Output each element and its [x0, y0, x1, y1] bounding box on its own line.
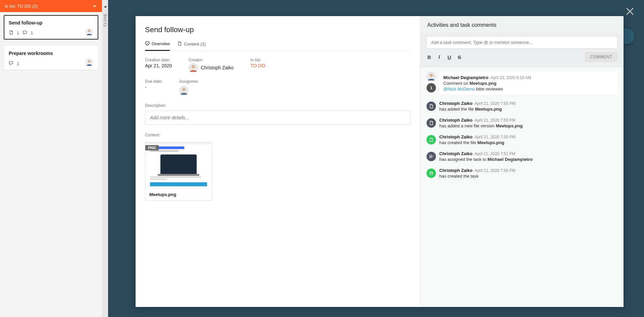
file-count: 1 — [17, 30, 19, 36]
task-card-meta: 1 — [9, 61, 93, 66]
chevron-down-icon — [92, 3, 97, 9]
activity-panel: Activities and task comments B I U S COM… — [420, 16, 624, 307]
assignee-avatar — [85, 28, 93, 36]
file-icon — [427, 102, 436, 111]
comment-count: 1 — [17, 61, 19, 66]
thumbnail-image: PNG — [145, 142, 212, 189]
activity-item: Christoph ZaikoApril 21, 2020 7:51 PM ha… — [427, 151, 617, 162]
file-icon — [9, 30, 13, 36]
activity-author: Christoph Zaiko — [439, 168, 473, 173]
task-card-title: Send follow-up — [9, 20, 93, 25]
activity-text: has added a new file version Meetups.png — [439, 123, 617, 128]
svg-point-0 — [88, 29, 91, 32]
activity-author: Christoph Zaiko — [439, 118, 473, 123]
file-icon — [177, 41, 182, 47]
comment-input[interactable] — [427, 36, 617, 49]
activity-author: Christoph Zaiko — [439, 151, 473, 156]
meta-creator: Creator: Christoph Zaiko — [189, 58, 234, 72]
sidebar: In list: TO DO (2) Send follow-up 1 1 Pr… — [0, 0, 102, 317]
activity-author: Michael Degiampietro — [443, 75, 488, 80]
creator-avatar — [189, 63, 198, 72]
comment-count: 1 — [31, 30, 33, 36]
comment-count-badge: 1 — [427, 83, 436, 92]
svg-rect-10 — [430, 172, 433, 175]
tabs: Overview Content (1) — [145, 41, 411, 51]
activity-time: April 21, 2020 7:55 PM — [475, 118, 515, 123]
activity-item: Christoph ZaikoApril 21, 2020 7:55 PM ha… — [427, 134, 617, 145]
format-toolbar: B I U S — [427, 54, 462, 60]
activity-text: has assigned the task to Michael Degiamp… — [439, 157, 617, 162]
activity-time: April 21, 2020 7:55 PM — [475, 101, 515, 106]
assignee-avatar[interactable] — [179, 86, 189, 95]
activity-title: Activities and task comments — [420, 16, 624, 33]
activity-text: has created the task — [439, 174, 617, 179]
comment-submit-button[interactable]: COMMENT — [585, 52, 618, 62]
comment-area: B I U S COMMENT — [420, 33, 624, 67]
description-input[interactable] — [145, 111, 411, 125]
info-icon — [145, 41, 150, 47]
task-card[interactable]: Prepare workrooms 1 — [4, 46, 98, 70]
activity-item: Christoph ZaikoApril 21, 2020 7:55 PM ha… — [427, 118, 617, 128]
meta-assignees: Assignees: — [179, 79, 199, 95]
svg-point-1 — [88, 60, 91, 63]
activity-author: Christoph Zaiko — [439, 101, 473, 106]
activity-list: 1 Michael DegiampietroApril 23, 2020 8:1… — [420, 67, 624, 307]
svg-point-6 — [182, 88, 186, 91]
activity-author: Christoph Zaiko — [439, 134, 473, 139]
content-label: Content: — [145, 133, 411, 137]
activity-item: Christoph ZaikoApril 21, 2020 7:55 PM ha… — [427, 101, 617, 112]
tab-label: Overview — [152, 41, 170, 46]
meta-creation-date: Creation date: Apr 21, 2020 — [145, 58, 172, 72]
strike-button[interactable]: S — [457, 54, 462, 60]
task-title: Send follow-up — [145, 25, 411, 34]
list-header-label: In list: TO DO (2) — [5, 4, 38, 9]
thumbnail-filename: Meetups.png — [145, 189, 212, 200]
close-button[interactable] — [624, 5, 636, 17]
task-created-icon — [427, 169, 436, 178]
collapse-arrow-icon: ◀ — [104, 5, 106, 8]
tab-label: Content (1) — [184, 42, 206, 47]
activity-text: Comment on Meetups.png — [443, 81, 613, 86]
close-strip-label: CLOSE — [103, 13, 107, 26]
task-panel: Send follow-up Overview Content (1) Crea… — [136, 16, 624, 307]
activity-text: has added the file Meetups.png — [439, 107, 617, 112]
task-card-meta: 1 1 — [9, 30, 93, 36]
task-card[interactable]: Send follow-up 1 1 — [4, 15, 98, 39]
file-created-icon — [427, 135, 436, 144]
activity-item: Christoph ZaikoApril 21, 2020 7:50 PM ha… — [427, 168, 617, 179]
task-detail: Send follow-up Overview Content (1) Crea… — [136, 16, 420, 307]
activity-time: April 21, 2020 7:55 PM — [475, 135, 515, 139]
comment-icon — [22, 30, 27, 36]
task-card-title: Prepare workrooms — [9, 51, 93, 56]
activity-time: April 23, 2020 8:16 AM — [490, 75, 531, 80]
close-strip[interactable]: ◀ CLOSE — [102, 0, 108, 317]
bold-button[interactable]: B — [427, 54, 432, 60]
list-header[interactable]: In list: TO DO (2) — [0, 0, 102, 12]
file-type-badge: PNG — [145, 145, 159, 150]
content-thumbnail[interactable]: PNG Meetups.png — [145, 142, 212, 201]
svg-point-4 — [192, 65, 195, 68]
meta-due-date: Due date: - — [145, 79, 162, 95]
assign-icon — [427, 152, 436, 161]
tab-content[interactable]: Content (1) — [177, 41, 206, 51]
comment-author-avatar — [427, 72, 436, 81]
activity-mention: @Nick McDemo bitte reviewen — [443, 86, 613, 91]
file-icon — [427, 118, 436, 128]
underline-button[interactable]: U — [447, 54, 452, 60]
activity-time: April 21, 2020 7:50 PM — [475, 168, 515, 173]
assignee-avatar — [85, 58, 93, 66]
tab-overview[interactable]: Overview — [145, 41, 170, 51]
activity-text: has created the file Meetups.png — [439, 140, 617, 145]
meta-in-list: In list: TO DO — [250, 58, 265, 72]
svg-point-8 — [430, 74, 433, 77]
activity-item: 1 Michael DegiampietroApril 23, 2020 8:1… — [427, 72, 617, 95]
svg-point-9 — [430, 155, 432, 157]
italic-button[interactable]: I — [437, 54, 442, 60]
activity-time: April 21, 2020 7:51 PM — [475, 151, 515, 156]
description-label: Description: — [145, 103, 411, 108]
comment-icon — [9, 61, 13, 66]
